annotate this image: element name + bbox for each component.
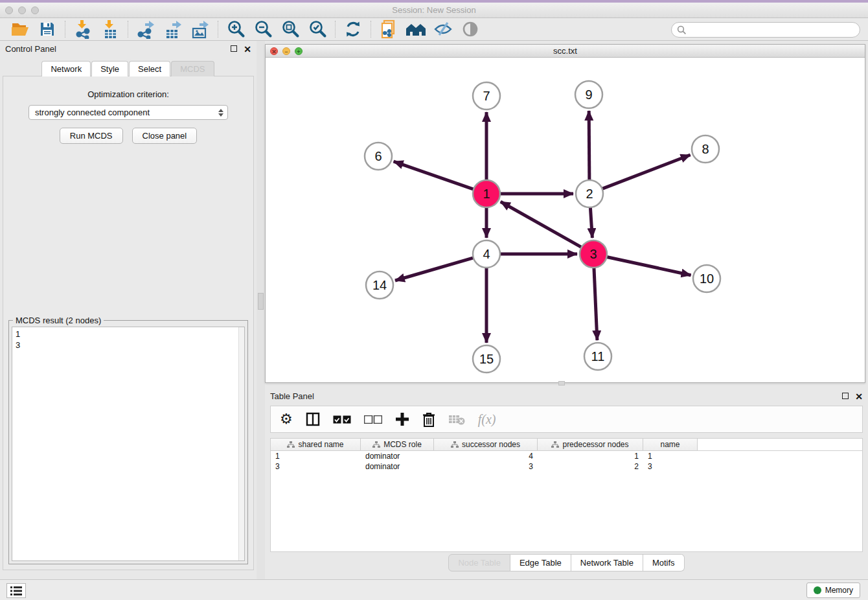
tab-style[interactable]: Style <box>91 61 128 76</box>
column-header-successor-nodes[interactable]: successor nodes <box>434 439 538 450</box>
close-table-panel-icon[interactable]: ✕ <box>855 393 863 400</box>
cell-name[interactable]: 1 <box>643 451 698 461</box>
cell-shared-name[interactable]: 3 <box>271 461 361 472</box>
toolbar-separator <box>218 21 218 38</box>
vertical-splitter[interactable] <box>257 41 265 579</box>
table-settings-button[interactable]: ⚙ <box>280 412 293 426</box>
cell-predecessor-nodes[interactable]: 1 <box>538 451 643 461</box>
network-view-window: ✕ − + scc.txt 7968124314101511 <box>265 44 865 383</box>
refresh-layout-button[interactable] <box>339 19 367 39</box>
graph-node-label-9: 9 <box>585 87 592 102</box>
column-header-shared-name[interactable]: shared name <box>271 439 361 450</box>
memory-status-icon <box>814 586 821 594</box>
graph-edge-3-1[interactable] <box>501 202 582 247</box>
tab-select[interactable]: Select <box>129 61 170 76</box>
table-panel-tabs: Node Table Edge Table Network Table Moti… <box>265 554 868 571</box>
home-icon <box>405 21 426 38</box>
import-table-button[interactable] <box>97 19 124 39</box>
graph-node-label-4: 4 <box>483 247 490 261</box>
tab-network[interactable]: Network <box>41 61 91 76</box>
select-all-rows-button[interactable] <box>333 415 351 424</box>
refresh-icon <box>344 20 362 38</box>
column-header-mcds-role[interactable]: MCDS role <box>361 439 434 450</box>
graph-node-label-6: 6 <box>374 149 382 163</box>
table-panel-header: Table Panel ✕ <box>265 388 868 404</box>
save-icon <box>40 21 55 37</box>
zoom-out-button[interactable] <box>249 19 277 39</box>
select-stepper-icon <box>218 109 223 117</box>
column-type-icon <box>551 441 559 448</box>
network-document-icon <box>380 19 398 39</box>
search-field[interactable] <box>671 22 860 38</box>
tab-node-table[interactable]: Node Table <box>448 554 510 571</box>
deselect-all-rows-button[interactable] <box>364 415 382 424</box>
tab-network-table[interactable]: Network Table <box>571 554 643 571</box>
export-network-button[interactable] <box>132 19 159 39</box>
import-network-button[interactable] <box>69 19 97 39</box>
network-overview-button[interactable] <box>375 19 402 39</box>
column-header-name[interactable]: name <box>643 439 698 450</box>
graph-edge-2-3[interactable] <box>590 207 592 238</box>
cell-name[interactable]: 3 <box>643 461 698 472</box>
tab-edge-table[interactable]: Edge Table <box>510 554 571 571</box>
cell-shared-name[interactable]: 1 <box>271 451 361 461</box>
result-scrollbar[interactable] <box>238 327 244 560</box>
table-row[interactable]: 1 dominator 4 1 1 <box>271 451 862 461</box>
cell-successor-nodes[interactable]: 4 <box>434 451 538 461</box>
cell-mcds-role[interactable]: dominator <box>361 451 434 461</box>
graph-edge-1-6[interactable] <box>394 161 474 189</box>
function-builder-button-disabled: f(x) <box>478 412 496 427</box>
tab-mcds[interactable]: MCDS <box>171 61 214 76</box>
criterion-select[interactable]: strongly connected component <box>29 105 228 120</box>
float-panel-button[interactable] <box>231 45 237 53</box>
zoom-in-button[interactable] <box>222 19 249 39</box>
graph-edge-3-10[interactable] <box>607 257 691 275</box>
mcds-result-list[interactable]: 1 3 <box>12 327 245 561</box>
zoom-selected-button[interactable] <box>304 19 331 39</box>
table-panel: Table Panel ✕ ⚙ f(x) <box>265 388 868 575</box>
control-panel-tabs: Network Style Select MCDS <box>0 61 257 76</box>
graph-node-label-2: 2 <box>586 187 593 201</box>
graph-edge-2-8[interactable] <box>602 155 691 189</box>
export-table-button[interactable] <box>159 19 187 39</box>
mcds-panel-body: Optimization criterion: strongly connect… <box>3 76 254 570</box>
column-visibility-button[interactable] <box>306 412 320 426</box>
delete-column-button[interactable] <box>422 412 435 427</box>
graph-edge-4-14[interactable] <box>395 258 474 281</box>
close-panel-icon[interactable]: ✕ <box>244 45 251 53</box>
memory-button[interactable]: Memory <box>806 583 860 598</box>
zoom-fit-button[interactable] <box>277 19 304 39</box>
result-line: 3 <box>16 340 241 351</box>
graph-edge-2-9[interactable] <box>589 111 589 180</box>
splitter-grip[interactable] <box>258 293 264 310</box>
close-panel-button[interactable]: Close panel <box>132 128 198 144</box>
tab-motifs[interactable]: Motifs <box>643 554 685 571</box>
cell-successor-nodes[interactable]: 3 <box>434 461 538 472</box>
home-button[interactable] <box>402 19 429 39</box>
toolbar-separator <box>65 21 65 38</box>
float-table-panel-button[interactable] <box>842 393 849 400</box>
toolbar-separator <box>128 21 128 38</box>
table-row[interactable]: 3 dominator 3 2 3 <box>271 461 862 472</box>
graph-node-label-3: 3 <box>589 247 597 261</box>
export-network-icon <box>136 19 155 39</box>
column-header-predecessor-nodes[interactable]: predecessor nodes <box>538 439 643 450</box>
graph-edge-3-11[interactable] <box>594 268 597 340</box>
network-canvas[interactable]: 7968124314101511 <box>266 58 865 382</box>
task-history-button[interactable] <box>6 583 26 598</box>
horizontal-splitter-grip[interactable] <box>558 381 565 386</box>
import-network-icon <box>73 19 93 39</box>
zoom-out-icon <box>253 19 273 39</box>
open-session-button[interactable] <box>6 19 34 39</box>
cell-predecessor-nodes[interactable]: 2 <box>538 461 643 472</box>
network-graph[interactable]: 7968124314101511 <box>266 58 865 383</box>
hide-elements-button[interactable] <box>429 19 457 39</box>
search-input[interactable] <box>689 25 860 35</box>
show-elements-button-disabled <box>457 19 484 39</box>
column-type-icon <box>451 441 459 448</box>
save-session-button[interactable] <box>34 19 61 39</box>
run-mcds-button[interactable]: Run MCDS <box>60 128 123 144</box>
export-image-button[interactable] <box>187 19 214 39</box>
cell-mcds-role[interactable]: dominator <box>361 461 434 472</box>
add-column-button[interactable] <box>395 412 409 426</box>
